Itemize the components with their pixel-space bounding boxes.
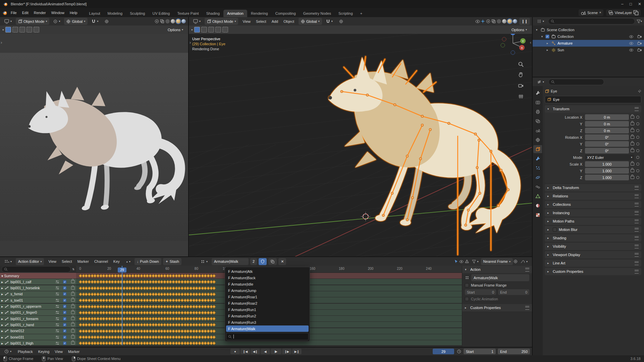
workspace-tab-shading[interactable]: Shading — [203, 10, 223, 17]
options-left-button[interactable]: Options▾ — [165, 26, 185, 33]
properties-tab-texture[interactable] — [533, 211, 542, 219]
proportional-edit-icon[interactable] — [513, 259, 518, 264]
action-dropdown-item-f-armature-walk[interactable]: F Armature|Walk — [226, 325, 309, 332]
panel-menu-icon[interactable] — [635, 245, 639, 248]
blender-menu-icon[interactable] — [2, 10, 7, 15]
channel-enable-checkbox[interactable]: ✓ — [63, 305, 66, 308]
animate-dot-icon[interactable] — [636, 142, 639, 145]
visibility-dropdown-icon[interactable] — [475, 19, 480, 24]
manual-frame-range-checkbox[interactable] — [465, 283, 469, 287]
panel-header-visibility[interactable]: ▸Visibility — [545, 243, 641, 250]
panel-menu-icon[interactable] — [635, 270, 639, 274]
tool-fallback-icon[interactable]: ▸ — [192, 28, 193, 31]
channel-row-summary[interactable]: ▾Summary — [0, 273, 76, 279]
expander-icon[interactable]: ▸ — [1, 341, 3, 345]
value-field[interactable]: 0° — [585, 141, 629, 147]
pin-icon[interactable] — [638, 89, 641, 93]
action-dropdown-item-f-armature-roar1[interactable]: F Armature|Roar1 — [226, 294, 309, 300]
workspace-tab-compositing[interactable]: Compositing — [272, 10, 300, 17]
outliner-row-scene-collection[interactable]: ▾Scene Collection — [533, 26, 644, 33]
panel-menu-icon[interactable] — [635, 107, 639, 111]
workspace-tab-texture-paint[interactable]: Texture Paint — [173, 10, 202, 17]
panel-header-viewport-display[interactable]: ▸Viewport Display — [545, 251, 641, 258]
options-right-button[interactable]: Options▾ — [509, 26, 529, 33]
modifiers-icon[interactable] — [55, 285, 60, 291]
keyframe-diamond[interactable] — [212, 305, 216, 308]
animate-dot-icon[interactable] — [636, 149, 639, 152]
select-box-tool[interactable] — [194, 27, 200, 33]
animate-dot-icon[interactable] — [636, 116, 639, 119]
filter-icon[interactable]: ▾ — [637, 19, 642, 24]
lock-icon[interactable] — [71, 329, 75, 333]
tool-fallback-icon[interactable]: ▸ — [3, 28, 4, 31]
properties-tab-world[interactable] — [533, 136, 542, 144]
action-dropdown-item-f-armature-run3[interactable]: F Armature|Run3 — [226, 319, 309, 325]
channel-row-bip001-l-calf[interactable]: ▸bip001_l_calf✓ — [0, 279, 76, 285]
proportional-edit-toggle[interactable] — [102, 18, 111, 25]
next-keyframe-button[interactable]: ❙▶ — [282, 349, 291, 354]
add-workspace-button[interactable]: + — [357, 10, 366, 17]
cyclic-animation-checkbox[interactable] — [465, 297, 469, 301]
lock-icon[interactable] — [71, 336, 75, 339]
show-errors-icon[interactable] — [464, 259, 470, 264]
properties-tab-physics[interactable] — [533, 173, 542, 181]
show-hidden-icon[interactable] — [459, 259, 464, 264]
lock-icon[interactable] — [71, 323, 75, 326]
panel-menu-icon[interactable] — [635, 261, 639, 265]
play-reverse-button[interactable]: ◀ — [261, 349, 270, 354]
shading-material-icon[interactable] — [175, 19, 181, 24]
editor-type-button[interactable]: ▾ — [2, 258, 14, 265]
properties-tab-material[interactable] — [533, 201, 542, 209]
channel-row-s-toe01[interactable]: ▸s_toe01✓ — [0, 297, 76, 303]
value-field[interactable]: 1.000 — [585, 168, 629, 174]
modifiers-icon[interactable] — [55, 279, 60, 285]
expander-icon[interactable]: ▸ — [1, 335, 3, 339]
action-panel-header[interactable]: ▾Action — [462, 266, 532, 273]
viewport-menu-object[interactable]: Object — [281, 18, 297, 24]
workspace-tab-layout[interactable]: Layout — [86, 10, 104, 17]
workspace-tab-rendering[interactable]: Rendering — [247, 10, 272, 17]
action-users-button[interactable]: 2 — [250, 258, 257, 265]
overlays-dropdown-icon[interactable] — [486, 19, 491, 24]
action-dropdown-item-f-armature-run2[interactable]: F Armature|Run2 — [226, 313, 309, 319]
editor-type-button[interactable]: ▾ — [2, 348, 14, 355]
timeline-menu-playback[interactable]: Playback — [15, 349, 36, 355]
value-field[interactable]: 1.000 — [585, 175, 629, 180]
expander-icon[interactable]: ▸ — [1, 317, 3, 321]
collection-checkbox[interactable]: ✓ — [545, 35, 549, 39]
channel-row-bip001-r-upperarm[interactable]: ▸bip001_r_upperarm✓ — [0, 304, 76, 309]
dope-menu-marker[interactable]: Marker — [75, 258, 92, 264]
value-field[interactable]: 0 m — [585, 114, 629, 120]
keyframe-diamond[interactable] — [212, 342, 216, 345]
lock-icon[interactable] — [71, 317, 75, 320]
channel-enable-checkbox[interactable]: ✓ — [63, 286, 66, 290]
lock-icon[interactable] — [71, 305, 75, 308]
panel-menu-icon[interactable] — [635, 228, 639, 232]
disable-render-icon[interactable] — [637, 41, 642, 46]
action-dropdown-item-f-armature-atk[interactable]: F Armature|Atk — [226, 268, 309, 275]
viewlayer-selector[interactable]: ViewLayer — [606, 9, 641, 16]
outliner-row-armature[interactable]: ▸Armature — [533, 40, 644, 47]
panel-menu-icon[interactable] — [635, 203, 639, 206]
dope-menu-key[interactable]: Key — [111, 258, 122, 264]
manual-frame-range-row[interactable]: Manual Frame Range — [462, 282, 532, 288]
viewport-menu-select[interactable]: Select — [253, 18, 269, 24]
dope-menu-view[interactable]: View — [46, 258, 59, 264]
toggle-grid-icon[interactable] — [517, 92, 525, 101]
expander-icon[interactable]: ▸ — [1, 286, 3, 290]
new-viewlayer-icon[interactable] — [633, 10, 639, 15]
expander-icon[interactable]: ▸ — [1, 329, 3, 333]
shading-rendered-icon[interactable] — [513, 19, 518, 24]
editor-type-button[interactable]: ▾ — [191, 18, 203, 25]
lock-icon[interactable] — [631, 149, 634, 152]
scene-selector[interactable]: Scene ✕ — [579, 9, 603, 16]
select-tool-5[interactable] — [34, 27, 39, 33]
expander-icon[interactable]: ▾ — [1, 274, 3, 278]
modifiers-icon[interactable] — [55, 304, 60, 309]
new-action-copy-icon[interactable] — [268, 258, 277, 265]
editor-type-button[interactable]: ▾ — [2, 18, 14, 25]
zoom-icon[interactable] — [517, 60, 525, 69]
shading-solid-icon[interactable] — [170, 19, 175, 24]
minimize-button[interactable]: – — [621, 2, 624, 6]
lock-icon[interactable] — [631, 163, 634, 166]
